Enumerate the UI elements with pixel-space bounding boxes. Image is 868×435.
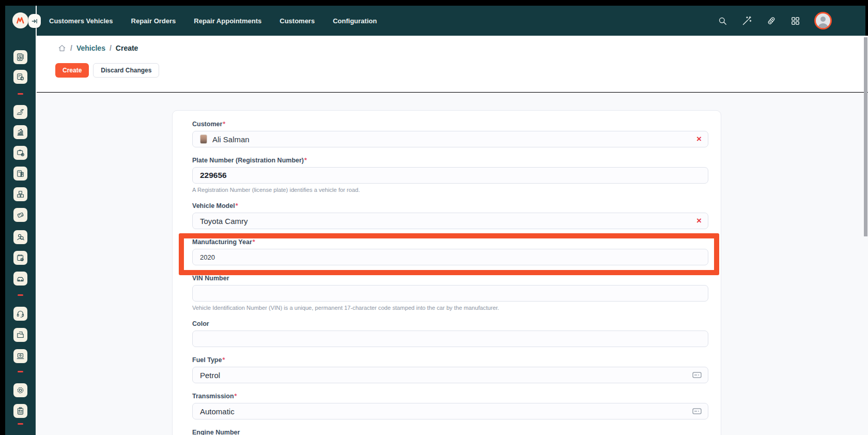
select-dropdown-icon[interactable]: [692, 408, 702, 415]
breadcrumb: / Vehicles / Create: [58, 44, 138, 52]
sidebar-separator: [18, 371, 23, 372]
sidebar-separator: [18, 423, 23, 425]
engine-number-field-group: Engine Number: [192, 429, 708, 435]
sidebar-toggle-icon[interactable]: [28, 14, 41, 28]
required-asterisk: *: [223, 121, 225, 128]
fuel-type-label: Fuel Type*: [192, 357, 708, 364]
clear-vehicle-model-icon[interactable]: ×: [696, 217, 702, 225]
manufacturing-year-input[interactable]: 2020: [192, 249, 708, 265]
home-icon[interactable]: [58, 44, 66, 52]
employees-icon[interactable]: [13, 404, 27, 418]
user-silhouette-icon: [816, 13, 830, 28]
sidebar-separator: [18, 93, 23, 95]
fuel-type-select[interactable]: Petrol: [192, 367, 708, 383]
page-header-band: [37, 36, 868, 92]
planner-icon[interactable]: [13, 50, 27, 64]
plate-number-field-group: Plate Number (Registration Number)* 2296…: [192, 157, 708, 193]
breadcrumb-vehicles[interactable]: Vehicles: [76, 44, 105, 52]
transmission-field-group: Transmission* Automatic: [192, 393, 708, 419]
nav-configuration[interactable]: Configuration: [333, 17, 377, 25]
app-logo[interactable]: [12, 12, 28, 28]
manufacturing-year-label: Manufacturing Year*: [192, 239, 708, 246]
customer-value: Ali Salman: [212, 135, 250, 144]
engine-number-label: Engine Number: [192, 429, 708, 435]
capsule-icon[interactable]: [766, 16, 777, 26]
manufacturing-year-field-group: Manufacturing Year* 2020: [192, 239, 708, 265]
customer-field[interactable]: Ali Salman ×: [192, 131, 708, 147]
customer-field-group: Customer* Ali Salman ×: [192, 121, 708, 147]
vehicle-model-label: Vehicle Model*: [192, 203, 708, 209]
invoicing-icon[interactable]: [13, 167, 27, 181]
transmission-label: Transmission*: [192, 393, 708, 400]
plate-number-help: A Registration Number (license plate) id…: [192, 187, 708, 193]
plate-number-input[interactable]: 229656: [192, 167, 708, 184]
pos-terminal-icon[interactable]: [13, 208, 27, 222]
helpdesk-icon[interactable]: [13, 307, 27, 321]
hand-service-icon[interactable]: [13, 105, 27, 119]
vin-field-group: VIN Number Vehicle Identification Number…: [192, 275, 708, 311]
sales-chart-icon[interactable]: [13, 125, 27, 139]
sidebar-divider: [36, 6, 37, 435]
elearning-icon[interactable]: [13, 349, 27, 363]
settings-icon[interactable]: [13, 383, 27, 397]
discard-changes-button[interactable]: Discard Changes: [93, 63, 159, 78]
fuel-type-value: Petrol: [200, 371, 220, 380]
nav-repair-appointments[interactable]: Repair Appointments: [194, 17, 261, 25]
required-asterisk: *: [235, 393, 237, 400]
recruitment-icon[interactable]: [13, 230, 27, 244]
color-input[interactable]: [192, 331, 708, 347]
vin-label: VIN Number: [192, 275, 708, 282]
inventory-icon[interactable]: [13, 187, 27, 201]
color-field-group: Color: [192, 321, 708, 347]
plate-number-label: Plate Number (Registration Number)*: [192, 157, 708, 164]
breadcrumb-separator: /: [110, 44, 112, 52]
clear-customer-icon[interactable]: ×: [696, 135, 702, 143]
color-label: Color: [192, 321, 708, 327]
vin-help: Vehicle Identification Number (VIN) is a…: [192, 305, 708, 311]
required-asterisk: *: [222, 356, 225, 364]
brand-mark-icon: [16, 16, 25, 25]
required-asterisk: *: [236, 202, 238, 209]
sidebar-separator: [18, 294, 23, 296]
transmission-select[interactable]: Automatic: [192, 403, 708, 419]
vehicle-model-field[interactable]: Toyota Camry ×: [192, 213, 708, 229]
user-avatar[interactable]: [814, 12, 832, 29]
vehicle-model-value: Toyota Camry: [200, 217, 248, 226]
breadcrumb-separator: /: [70, 44, 72, 52]
customer-label: Customer*: [192, 121, 708, 128]
vertical-scrollbar[interactable]: [864, 37, 867, 236]
vehicle-form-card: Customer* Ali Salman × Plate Number (Reg…: [172, 110, 721, 435]
magic-wand-icon[interactable]: [741, 16, 752, 26]
manufacturing-year-value: 2020: [200, 253, 215, 261]
plate-number-value: 229656: [200, 171, 227, 180]
vin-input[interactable]: [192, 285, 708, 302]
apps-grid-icon[interactable]: [791, 16, 800, 26]
scale-icon[interactable]: [13, 146, 27, 160]
appointments-icon[interactable]: [13, 251, 27, 265]
nav-repair-orders[interactable]: Repair Orders: [131, 17, 176, 25]
form-actions: Create Discard Changes: [55, 63, 159, 78]
accounting-icon[interactable]: [13, 70, 27, 84]
create-button[interactable]: Create: [55, 63, 89, 78]
vehicle-model-field-group: Vehicle Model* Toyota Camry ×: [192, 203, 708, 229]
fuel-type-field-group: Fuel Type* Petrol: [192, 357, 708, 383]
topbar-icon-group: [718, 6, 832, 36]
transmission-value: Automatic: [200, 407, 235, 416]
required-asterisk: *: [304, 157, 307, 164]
search-icon[interactable]: [718, 16, 727, 26]
breadcrumb-create: Create: [116, 44, 138, 52]
app-window: Customers Vehicles Repair Orders Repair …: [0, 0, 868, 435]
main-menu: Customers Vehicles Repair Orders Repair …: [37, 17, 377, 25]
vehicles-icon[interactable]: [13, 272, 27, 286]
documents-icon[interactable]: [13, 328, 27, 342]
required-asterisk: *: [253, 238, 255, 246]
nav-customers-vehicles[interactable]: Customers Vehicles: [49, 17, 113, 25]
select-dropdown-icon[interactable]: [692, 372, 702, 379]
customer-avatar: [200, 134, 207, 144]
nav-customers[interactable]: Customers: [280, 17, 315, 25]
